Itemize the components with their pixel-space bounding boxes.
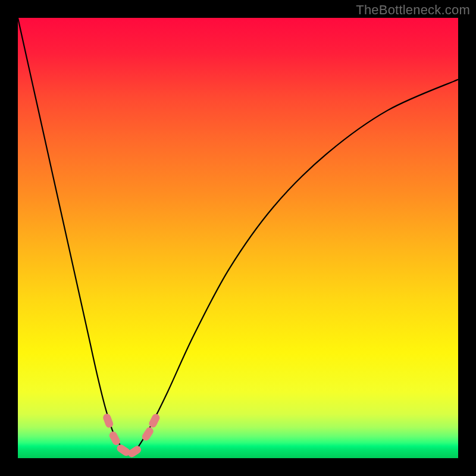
data-marker bbox=[102, 413, 114, 429]
curve-svg bbox=[18, 18, 458, 458]
watermark-text: TheBottleneck.com bbox=[356, 2, 470, 18]
data-marker bbox=[127, 444, 143, 458]
chart-frame: TheBottleneck.com bbox=[0, 0, 476, 476]
bottleneck-curve bbox=[18, 18, 458, 455]
plot-area bbox=[18, 18, 458, 458]
marker-group bbox=[102, 412, 161, 458]
data-marker bbox=[148, 412, 161, 428]
